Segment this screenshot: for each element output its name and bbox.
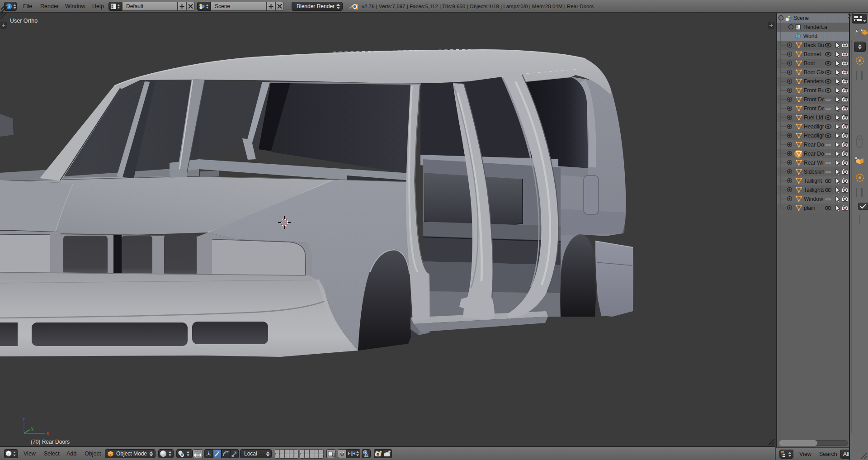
svg-text:x: x xyxy=(47,431,49,436)
svg-text:User Ortho: User Ortho xyxy=(10,18,38,24)
svg-text:i: i xyxy=(9,4,10,9)
svg-text:(70) Rear Doors: (70) Rear Doors xyxy=(31,439,70,445)
svg-text:y: y xyxy=(31,426,33,431)
svg-text:z: z xyxy=(23,417,25,422)
